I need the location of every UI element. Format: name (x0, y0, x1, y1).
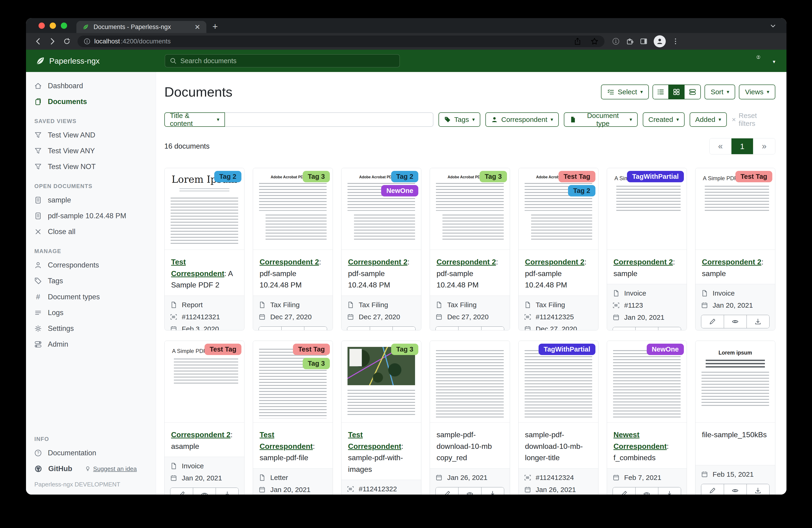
document-type-filter-button[interactable]: Document type ▾ (564, 112, 638, 127)
download-button[interactable] (216, 488, 238, 495)
document-thumbnail[interactable]: A Simple PDF File Test Tag (695, 168, 775, 250)
title-content-field-button[interactable]: Title & content ▾ (164, 112, 225, 127)
tag-badge[interactable]: Tag 2 (568, 185, 595, 197)
title-content-input[interactable] (225, 112, 433, 127)
edit-button[interactable] (436, 487, 459, 495)
close-tab-icon[interactable]: ✕ (194, 23, 200, 31)
edit-button[interactable] (259, 327, 281, 330)
download-button[interactable] (747, 315, 769, 328)
download-button[interactable] (481, 487, 504, 495)
edit-button[interactable] (170, 488, 193, 495)
tag-badge[interactable]: Test Tag (735, 171, 772, 182)
edit-button[interactable] (347, 327, 370, 330)
sidebar-item-admin[interactable]: Admin (26, 337, 156, 352)
browser-tab[interactable]: Documents - Paperless-ngx ✕ (76, 21, 206, 33)
sidebar-item-tags[interactable]: Tags (26, 273, 156, 289)
view-list-button[interactable] (653, 85, 669, 99)
document-thumbnail[interactable]: Lorem ipsum (695, 341, 775, 423)
correspondent-filter-button[interactable]: Correspondent ▾ (485, 112, 559, 127)
close-window-button[interactable] (39, 23, 45, 29)
tag-badge[interactable]: Tag 3 (303, 171, 330, 182)
minimize-window-button[interactable] (50, 23, 56, 29)
document-thumbnail[interactable]: Adobe Acrobat PDF Files Tag 2NewOne (342, 168, 421, 250)
document-title[interactable]: Test Correspondent: sample-pdf-with-imag… (342, 423, 421, 480)
sidebar-item-documentation[interactable]: Documentation (26, 445, 156, 461)
document-title[interactable]: Correspondent 2: asample (164, 423, 244, 457)
correspondent-link[interactable]: Test Correspondent (171, 258, 224, 278)
document-thumbnail[interactable]: A Simple PDF File TagWithPartial (607, 168, 687, 250)
view-button[interactable] (281, 327, 304, 330)
sidebar-item-saved-view-not[interactable]: Test View NOT (26, 159, 156, 175)
document-thumbnail[interactable]: Adobe Acrobat PDF Files Tag 3 (253, 168, 333, 250)
edit-button[interactable] (701, 315, 724, 328)
password-manager-icon[interactable] (612, 38, 620, 45)
document-title[interactable]: Correspondent 2: sample (695, 250, 775, 284)
sidebar-item-correspondents[interactable]: Correspondents (26, 257, 156, 273)
correspondent-link[interactable]: Correspondent 2 (613, 258, 673, 266)
download-button[interactable] (658, 487, 681, 495)
added-filter-button[interactable]: Added ▾ (690, 112, 727, 127)
side-panel-icon[interactable] (640, 38, 648, 45)
tag-badge[interactable]: Tag 3 (391, 344, 419, 355)
created-filter-button[interactable]: Created ▾ (643, 112, 684, 127)
document-thumbnail[interactable]: Adobe Acrobat PDF Files Tag 3 (430, 168, 509, 250)
view-button[interactable] (636, 327, 658, 330)
document-thumbnail[interactable]: Test TagTag 3 (253, 341, 333, 423)
pagination-next-button[interactable]: » (753, 138, 775, 154)
new-tab-button[interactable]: + (213, 22, 218, 31)
document-thumbnail[interactable]: Adobe Acrobat PDF Files Test TagTag 2 (519, 168, 598, 250)
extensions-puzzle-icon[interactable] (626, 38, 634, 45)
document-title[interactable]: file-sample_150kBs (695, 423, 775, 465)
document-title[interactable]: Newest Correspondent: f_combineds (607, 423, 687, 468)
document-thumbnail[interactable] (430, 341, 509, 423)
sidebar-item-open-doc-pdf-sample[interactable]: pdf-sample 10.24.48 PM (26, 208, 156, 224)
correspondent-link[interactable]: Test Correspondent (348, 430, 401, 451)
document-thumbnail[interactable]: A Simple PDF File Test Tag (164, 341, 244, 423)
sidebar-item-saved-view-any[interactable]: Test View ANY (26, 143, 156, 159)
tag-badge[interactable]: Tag 2 (391, 171, 419, 182)
site-info-icon[interactable] (84, 38, 90, 45)
sidebar-item-logs[interactable]: Logs (26, 305, 156, 320)
reset-filters-button[interactable]: × Reset filters (732, 112, 775, 127)
view-button[interactable] (193, 488, 216, 495)
search-input[interactable] (180, 57, 395, 65)
sort-dropdown-button[interactable]: Sort ▾ (705, 85, 735, 99)
download-button[interactable] (393, 327, 415, 330)
correspondent-link[interactable]: Test Correspondent (260, 430, 313, 451)
zoom-window-button[interactable] (61, 23, 67, 29)
app-brand[interactable]: Paperless-ngx (36, 56, 100, 66)
address-bar[interactable]: localhost:4200/documents (77, 35, 605, 47)
tag-badge[interactable]: NewOne (381, 185, 418, 197)
download-button[interactable] (658, 327, 681, 330)
tag-badge[interactable]: TagWithPartial (627, 171, 684, 182)
select-dropdown-button[interactable]: Select ▾ (601, 85, 649, 99)
document-title[interactable]: Correspondent 2: pdf-sample 10.24.48 PM (430, 250, 509, 296)
view-button[interactable] (459, 487, 481, 495)
back-button[interactable] (32, 35, 44, 47)
document-title[interactable]: Correspondent 2: pdf-sample 10.24.48 PM (253, 250, 333, 296)
user-menu[interactable]: ▾ (756, 55, 775, 68)
view-button[interactable] (459, 327, 481, 330)
tag-badge[interactable]: Tag 2 (214, 171, 242, 182)
correspondent-link[interactable]: Correspondent 2 (260, 258, 319, 266)
document-thumbnail[interactable]: Lorem Ipsum Tag 2 (164, 168, 244, 250)
tab-search-chevron-icon[interactable] (769, 22, 777, 30)
download-button[interactable] (481, 327, 504, 330)
edit-button[interactable] (613, 327, 636, 330)
sidebar-item-dashboard[interactable]: Dashboard (26, 78, 156, 94)
view-button[interactable] (724, 484, 747, 495)
suggest-idea-link[interactable]: Suggest an idea (85, 465, 137, 472)
document-title[interactable]: Correspondent 2: sample (607, 250, 687, 284)
sidebar-item-documents[interactable]: Documents (26, 94, 156, 110)
view-button[interactable] (636, 487, 658, 495)
edit-button[interactable] (701, 484, 724, 495)
edit-button[interactable] (436, 327, 459, 330)
view-detail-button[interactable] (684, 85, 700, 99)
document-title[interactable]: sample-pdf-download-10-mb copy_red (430, 423, 509, 468)
tag-badge[interactable]: NewOne (647, 344, 684, 355)
share-icon[interactable] (574, 38, 581, 45)
document-title[interactable]: Correspondent 2: pdf-sample 10.24.48 PM (519, 250, 598, 296)
tag-badge[interactable]: Test Tag (293, 344, 330, 355)
document-title[interactable]: Test Correspondent: sample-pdf-file (253, 423, 333, 468)
browser-menu-kebab-icon[interactable] (672, 38, 679, 45)
